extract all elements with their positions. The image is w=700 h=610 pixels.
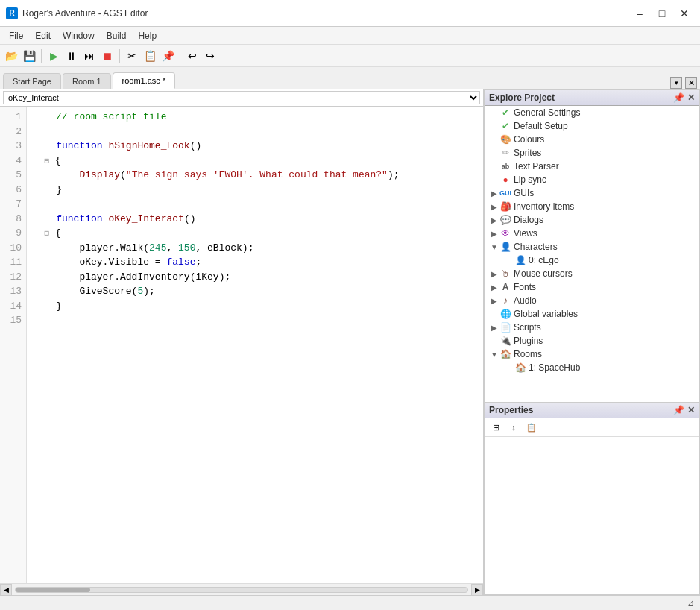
scroll-left-btn[interactable]: ◀ [0,584,12,596]
tree-item-text-parser[interactable]: ab Text Parser [485,160,699,173]
tree-item-scripts[interactable]: ▶ 📄 Scripts [485,321,699,334]
scroll-right-btn[interactable]: ▶ [471,584,483,596]
props-list-btn[interactable]: 📋 [523,421,540,434]
tab-room1[interactable]: Room 1 [63,73,111,89]
tree-label-default-setup: Default Setup [514,121,568,131]
properties-content [485,437,699,535]
menu-help[interactable]: Help [132,29,163,43]
tree-toggle-characters[interactable]: ▼ [489,243,499,251]
tree-toggle-scripts[interactable]: ▶ [489,324,499,332]
explore-close-btn[interactable]: ✕ [687,92,695,103]
tree-item-default-setup[interactable]: ✔ Default Setup [485,119,699,133]
scroll-track[interactable] [15,587,468,593]
tree-toggle-audio[interactable]: ▶ [489,297,499,305]
toolbar-step[interactable]: ⏭ [81,48,98,64]
sidebar: Explore Project 📌 ✕ ✔ General Settings ✔ [484,89,700,595]
properties-close-btn[interactable]: ✕ [687,405,695,415]
toolbar-sep-1 [41,49,42,63]
toolbar-copy[interactable]: 📋 [142,48,158,64]
tree-toggle-fonts[interactable]: ▶ [489,283,499,292]
editor-function-dropdown[interactable]: oKey_Interact [0,89,483,107]
tree-toggle-inventory[interactable]: ▶ [489,203,499,211]
menu-build[interactable]: Build [101,29,133,43]
menu-file[interactable]: File [3,29,29,43]
editor-code[interactable]: 1 2 3 4 5 6 7 8 9 10 11 12 13 14 15 // r… [0,107,483,583]
scroll-thumb[interactable] [16,588,90,592]
tree-item-fonts[interactable]: ▶ A Fonts [485,280,699,294]
fonts-icon: A [499,281,511,293]
tree-toggle-mouse-cursors[interactable]: ▶ [489,270,499,278]
code-text[interactable]: // room script file function hSignHome_L… [27,107,483,583]
editor-horizontal-scrollbar[interactable]: ◀ ▶ [0,583,483,595]
tree-item-spacehub[interactable]: 🏠 1: SpaceHub [485,361,699,374]
tree-item-plugins[interactable]: 🔌 Plugins [485,334,699,348]
tree-label-fonts: Fonts [514,282,536,292]
tree-item-inventory[interactable]: ▶ 🎒 Inventory items [485,200,699,213]
tab-dropdown-btn[interactable]: ▾ [670,77,682,89]
menu-window[interactable]: Window [57,29,101,43]
tree-item-characters[interactable]: ▼ 👤 Characters [485,240,699,254]
explore-pin-btn[interactable]: 📌 [673,92,684,103]
tree-item-mouse-cursors[interactable]: ▶ 🖱 Mouse cursors [485,267,699,280]
tree-toggle-rooms[interactable]: ▼ [489,350,499,359]
title-bar: R Roger's Adventure - AGS Editor – □ ✕ [0,0,700,27]
tree-label-lip-sync: Lip sync [514,174,546,185]
tree-toggle-guis[interactable]: ▶ [489,189,499,198]
tree-item-lip-sync[interactable]: ● Lip sync [485,173,699,186]
tree-label-audio: Audio [514,295,537,306]
line-numbers: 1 2 3 4 5 6 7 8 9 10 11 12 13 14 15 [0,107,27,583]
toolbar-undo[interactable]: ↩ [184,48,201,64]
views-icon: 👁 [499,227,511,239]
toolbar-sep-2 [119,49,120,63]
tree-label-sprites: Sprites [514,148,541,158]
toolbar-cut[interactable]: ✂ [124,48,140,64]
tree-item-colours[interactable]: 🎨 Colours [485,133,699,146]
props-categorize-btn[interactable]: ⊞ [488,421,504,434]
default-setup-icon: ✔ [499,120,511,132]
global-variables-icon: 🌐 [499,308,511,320]
function-select[interactable]: oKey_Interact [3,91,480,104]
general-settings-icon: ✔ [499,107,511,119]
properties-pin-btn[interactable]: 📌 [673,405,684,415]
editor-area: oKey_Interact 1 2 3 4 5 6 7 8 9 10 11 12… [0,89,484,595]
toolbar-open[interactable]: 📂 [3,48,19,64]
tree-label-general-settings: General Settings [514,107,580,118]
tree-item-sprites[interactable]: ✏ Sprites [485,146,699,160]
window-controls: – □ ✕ [630,6,694,21]
tree-label-colours: Colours [514,134,544,145]
tab-close-btn[interactable]: ✕ [685,77,697,89]
tree-item-views[interactable]: ▶ 👁 Views [485,227,699,240]
toolbar-stop[interactable]: ⏹ [99,48,116,64]
properties-panel: Properties 📌 ✕ ⊞ ↕ 📋 [484,403,700,595]
tree-label-scripts: Scripts [514,322,541,333]
tab-room1-asc[interactable]: room1.asc * [113,72,176,89]
tree-item-guis[interactable]: ▶ GUI GUIs [485,186,699,200]
toolbar-redo[interactable]: ↪ [202,48,218,64]
explore-header-controls: 📌 ✕ [673,92,695,103]
tree-item-dialogs[interactable]: ▶ 💬 Dialogs [485,213,699,227]
tree-label-global-variables: Global variables [514,309,578,319]
tree-toggle-views[interactable]: ▶ [489,230,499,238]
explore-project-panel: Explore Project 📌 ✕ ✔ General Settings ✔ [484,89,700,403]
menu-edit[interactable]: Edit [29,29,57,43]
tree-item-rooms[interactable]: ▼ 🏠 Rooms [485,348,699,361]
toolbar: 📂 💾 ▶ ⏸ ⏭ ⏹ ✂ 📋 📌 ↩ ↪ [0,45,700,67]
explore-project-title: Explore Project [489,92,555,103]
tree-item-audio[interactable]: ▶ ♪ Audio [485,294,699,307]
toolbar-paste[interactable]: 📌 [160,48,176,64]
tree-item-general-settings[interactable]: ✔ General Settings [485,106,699,119]
rooms-icon: 🏠 [499,348,511,360]
colours-icon: 🎨 [499,133,511,145]
toolbar-run[interactable]: ▶ [45,48,62,64]
close-button[interactable]: ✕ [675,6,694,21]
tab-start-page[interactable]: Start Page [3,73,61,89]
tree-item-global-variables[interactable]: 🌐 Global variables [485,307,699,321]
minimize-button[interactable]: – [630,6,649,21]
toolbar-save[interactable]: 💾 [21,48,37,64]
app-icon: R [6,7,18,19]
tree-item-cego[interactable]: 👤 0: cEgo [485,254,699,267]
maximize-button[interactable]: □ [652,6,672,21]
toolbar-pause[interactable]: ⏸ [63,48,80,64]
props-sort-btn[interactable]: ↕ [505,421,522,434]
tree-toggle-dialogs[interactable]: ▶ [489,216,499,224]
